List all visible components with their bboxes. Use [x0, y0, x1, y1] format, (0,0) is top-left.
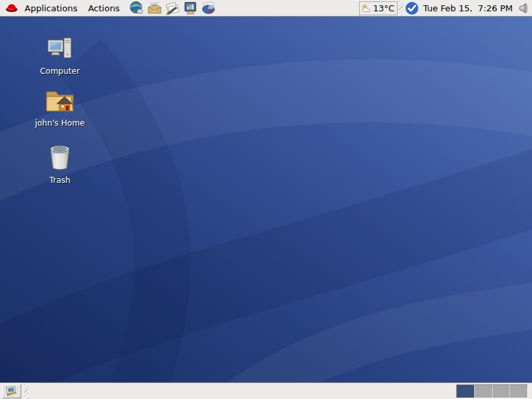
clock-applet[interactable]: Tue Feb 15, 7:26 PM	[420, 3, 517, 13]
applet-drag-handle[interactable]	[399, 1, 403, 16]
web-browser-launcher[interactable]	[129, 0, 145, 16]
workspace-cell[interactable]	[475, 385, 493, 398]
taskbar-drag-handle[interactable]	[24, 384, 28, 399]
writer-icon	[165, 1, 180, 16]
calc-launcher[interactable]	[201, 0, 217, 16]
top-panel-right: 13°C Tue Feb 15, 7:26 PM	[359, 1, 529, 16]
email-launcher[interactable]	[147, 0, 163, 16]
desktop-icon-home[interactable]: john's Home	[28, 87, 92, 128]
workspace-cell[interactable]	[510, 385, 527, 398]
desktop-icon-computer[interactable]: Computer	[28, 35, 92, 76]
desktop-icon-trash[interactable]: Trash	[28, 143, 92, 185]
top-panel: Applications Actions	[0, 0, 532, 17]
email-icon	[147, 1, 162, 16]
volume-applet[interactable]	[517, 2, 529, 15]
desktop-icon-label: john's Home	[28, 118, 92, 128]
speaker-icon	[517, 2, 529, 15]
calc-icon	[201, 1, 216, 16]
writer-launcher[interactable]	[165, 0, 181, 16]
computer-icon	[46, 35, 74, 66]
web-browser-icon	[129, 1, 144, 16]
impress-icon	[183, 1, 198, 16]
update-notifier[interactable]	[404, 1, 420, 16]
workspace-cell[interactable]	[493, 385, 511, 398]
menu-actions[interactable]: Actions	[82, 0, 125, 17]
redhat-menu-icon[interactable]	[5, 3, 18, 13]
workspace-cell[interactable]	[457, 385, 475, 398]
impress-launcher[interactable]	[183, 0, 199, 16]
update-check-icon	[404, 1, 420, 16]
show-desktop-icon	[5, 385, 19, 397]
trash-icon	[47, 143, 73, 175]
desktop[interactable]: Computer john's Home	[0, 17, 532, 382]
bottom-panel	[0, 382, 532, 399]
launcher-bar	[129, 0, 217, 16]
weather-applet[interactable]: 13°C	[359, 1, 398, 15]
home-folder-icon	[45, 87, 75, 118]
desktop-icon-label: Computer	[28, 66, 92, 76]
menu-applications[interactable]: Applications	[19, 0, 82, 17]
workspace-switcher	[456, 384, 528, 398]
desktop-icon-label: Trash	[28, 176, 92, 185]
cloud-icon	[361, 3, 372, 13]
show-desktop-button[interactable]	[2, 384, 21, 398]
weather-temperature: 13°C	[373, 3, 394, 13]
